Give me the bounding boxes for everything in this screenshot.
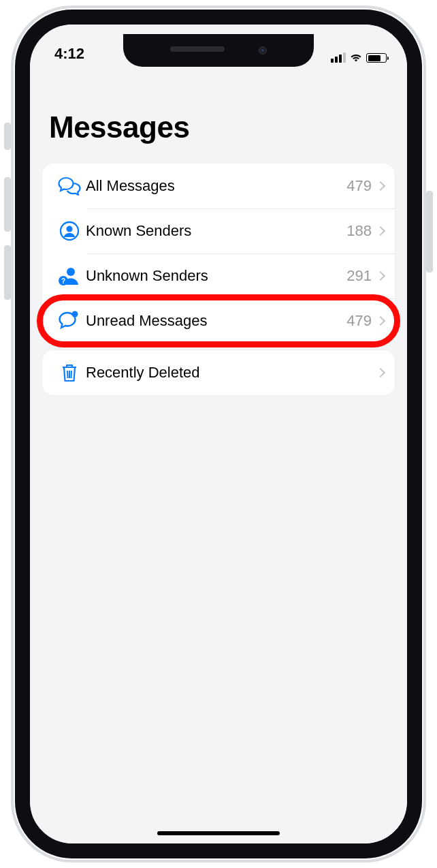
chevron-right-icon — [376, 181, 385, 191]
row-label: All Messages — [86, 177, 346, 195]
row-known-senders[interactable]: Known Senders 188 — [42, 208, 395, 253]
person-circle-icon — [53, 221, 86, 241]
battery-icon — [366, 53, 387, 63]
cellular-signal-icon — [331, 52, 346, 63]
chat-unread-icon — [53, 311, 86, 331]
secondary-group: Recently Deleted — [42, 350, 395, 395]
chevron-right-icon — [376, 368, 385, 377]
svg-point-2 — [67, 268, 75, 276]
trash-icon — [53, 362, 86, 383]
row-label: Unread Messages — [86, 312, 346, 330]
screen: 4:12 Messages — [30, 25, 407, 843]
status-time: 4:12 — [54, 45, 84, 63]
row-recently-deleted[interactable]: Recently Deleted — [42, 350, 395, 395]
row-count: 479 — [346, 177, 372, 195]
page-title: Messages — [30, 65, 407, 157]
filters-group: All Messages 479 Known Senders 188 — [42, 164, 395, 343]
side-button — [426, 191, 433, 273]
status-icons — [331, 52, 387, 63]
row-unknown-senders[interactable]: ? Unknown Senders 291 — [42, 253, 395, 298]
row-label: Known Senders — [86, 222, 346, 240]
row-label: Unknown Senders — [86, 267, 346, 285]
chevron-right-icon — [376, 316, 385, 326]
row-all-messages[interactable]: All Messages 479 — [42, 164, 395, 208]
status-bar: 4:12 — [30, 25, 407, 65]
chat-bubbles-icon — [53, 176, 86, 196]
row-count: 291 — [346, 267, 372, 285]
chevron-right-icon — [376, 226, 385, 236]
row-unread-messages[interactable]: Unread Messages 479 — [42, 298, 395, 343]
mute-switch — [4, 123, 11, 150]
chevron-right-icon — [376, 271, 385, 281]
device-frame: 4:12 Messages — [0, 0, 437, 868]
row-count: 479 — [346, 312, 372, 330]
volume-up-button — [4, 177, 11, 232]
phone-bezel: 4:12 Messages — [15, 10, 422, 858]
svg-point-5 — [72, 311, 78, 317]
wifi-icon — [350, 53, 362, 63]
svg-text:?: ? — [61, 277, 65, 285]
row-label: Recently Deleted — [86, 364, 372, 382]
home-indicator — [157, 831, 280, 835]
row-count: 188 — [346, 222, 372, 240]
person-question-icon: ? — [53, 266, 86, 286]
volume-down-button — [4, 245, 11, 300]
svg-point-1 — [67, 226, 73, 232]
